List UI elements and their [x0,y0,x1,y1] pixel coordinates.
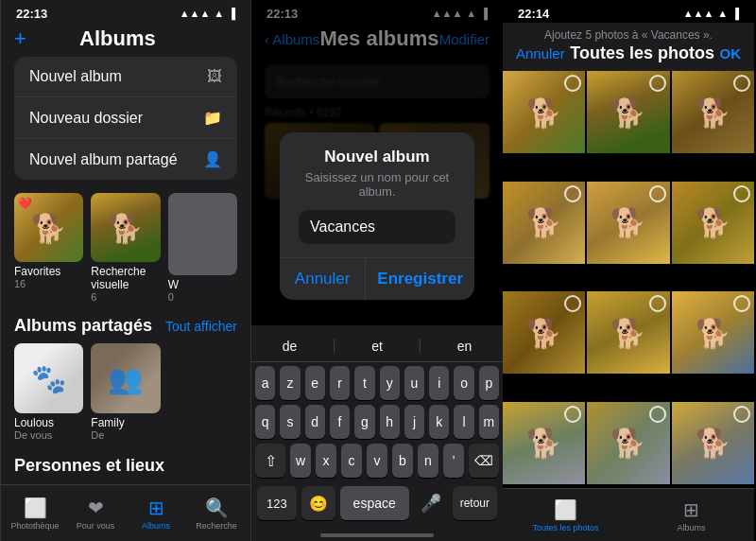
suggestion-de[interactable]: de [275,337,305,356]
tab-label-albums: Albums [142,521,170,531]
menu-label-album: Nouvel album [29,68,122,85]
key-i[interactable]: i [429,366,449,400]
photos-grid: 🐕 🐕 🐕 🐕 🐕 🐕 🐕 🐕 [503,71,754,510]
key-x[interactable]: x [316,444,336,478]
suggestion-en[interactable]: en [450,337,480,356]
photo-cell-1[interactable]: 🐕 [503,71,585,153]
menu-item-folder[interactable]: Nouveau dossier 📁 [14,97,237,139]
key-g[interactable]: g [354,405,374,439]
album-family[interactable]: 👥 Family De [91,343,160,440]
albums-grid: ❤️ 🐕 Favorites 16 🐕 Recherche visuelle 6… [14,193,237,303]
photo-dog-4: 🐕 [526,206,561,239]
key-n[interactable]: n [418,444,438,478]
photo-cell-9[interactable]: 🐕 [672,291,754,374]
photo-cell-7[interactable]: 🐕 [503,291,585,374]
key-apos[interactable]: ' [443,444,464,478]
tab-phototheque[interactable]: ⬜ Photothèque [5,497,65,531]
key-p[interactable]: p [479,366,499,400]
key-k[interactable]: k [429,405,449,439]
select-3 [733,75,750,92]
pourvous-icon: ❤ [88,497,104,519]
return-key[interactable]: retour [453,486,497,520]
key-f[interactable]: f [330,405,350,439]
key-t[interactable]: t [354,366,374,400]
key-y[interactable]: y [380,366,400,400]
key-e[interactable]: e [305,366,325,400]
photo-dog-5: 🐕 [610,206,645,239]
signal-icon-3: ▲▲▲ [683,8,714,19]
tab-albums[interactable]: ⊞ Albums [126,497,186,531]
key-o[interactable]: o [454,366,473,400]
key-j[interactable]: j [404,405,424,439]
mic-key[interactable]: 🎤 [414,486,448,520]
time-1: 22:13 [16,7,47,21]
photo-cell-6[interactable]: 🐕 [672,182,754,264]
tab-albums-3[interactable]: ⊞ Albums [628,498,754,532]
key-z[interactable]: z [280,366,300,400]
tab-pourvous[interactable]: ❤ Pour vous [65,497,126,531]
key-c[interactable]: c [341,444,362,478]
album-recherche[interactable]: 🐕 Recherche visuelle 6 [91,193,160,303]
space-key[interactable]: espace [340,486,409,520]
status-bar-1: 22:13 ▲▲▲ ▲ ▐ [1,0,250,23]
photo-dog-1: 🐕 [526,96,561,129]
album-w[interactable]: W 0 [168,193,237,303]
tab-toutes-photos[interactable]: ⬜ Toutes les photos [503,498,628,532]
p3-cancel-button[interactable]: Annuler [516,45,565,61]
shared-album-sub-0: De vous [14,429,83,441]
select-2 [649,75,666,92]
key-d[interactable]: d [305,405,325,439]
albums-icon: ⊞ [148,497,164,519]
shared-album-name-1: Family [91,416,160,429]
key-w[interactable]: w [290,444,311,478]
dialog-cancel-button[interactable]: Annuler [280,258,366,300]
key-b[interactable]: b [392,444,413,478]
photo-dog-6: 🐕 [696,206,730,239]
photo-cell-3[interactable]: 🐕 [672,71,754,153]
album-name-input[interactable] [299,210,455,244]
menu-item-shared[interactable]: Nouvel album partagé 👤 [14,139,237,180]
emoji-key[interactable]: 😊 [301,486,335,520]
photo-cell-11[interactable]: 🐕 [587,402,669,484]
photo-cell-2[interactable]: 🐕 [587,71,669,153]
dropdown-menu: Nouvel album 🖼 Nouveau dossier 📁 Nouvel … [14,57,237,180]
battery-icon: ▐ [228,8,235,19]
photo-cell-12[interactable]: 🐕 [672,402,754,484]
suggestion-et[interactable]: et [364,337,390,356]
key-l[interactable]: l [454,405,473,439]
dialog-subtitle: Saisissez un nom pour cet album. [299,170,455,199]
p3-ok-button[interactable]: OK [719,45,741,61]
kb-row-1: a z e r t y u i o p [251,366,503,400]
photo-cell-10[interactable]: 🐕 [503,402,585,484]
album-favorites[interactable]: ❤️ 🐕 Favorites 16 [14,193,83,303]
key-m[interactable]: m [479,405,499,439]
menu-item-album[interactable]: Nouvel album 🖼 [14,57,237,97]
keyboard: de | et | en a z e r t y u i o p q s d f… [251,325,503,541]
tab-label-albums3: Albums [677,523,705,532]
add-button[interactable]: + [14,26,26,51]
tab-recherche[interactable]: 🔍 Recherche [186,497,247,531]
key-s[interactable]: s [280,405,300,439]
key-v[interactable]: v [367,444,387,478]
phone1: 22:13 ▲▲▲ ▲ ▐ + Albums Nouvel album 🖼 No… [0,0,251,541]
dialog-save-button[interactable]: Enregistrer [366,258,474,300]
dialog-box: Nouvel album Saisissez un nom pour cet a… [280,132,474,300]
places-title: Personnes et lieux [14,456,164,475]
key-u[interactable]: u [404,366,424,400]
album-icon: 🖼 [207,68,222,85]
key-h[interactable]: h [380,405,400,439]
album-count-favorites: 16 [14,278,83,289]
key-r[interactable]: r [330,366,350,400]
photo-cell-4[interactable]: 🐕 [503,182,585,264]
see-all-link[interactable]: Tout afficher [165,319,237,334]
photo-cell-8[interactable]: 🐕 [587,291,669,374]
select-6 [733,185,750,202]
shift-key[interactable]: ⇧ [255,444,285,478]
photo-cell-5[interactable]: 🐕 [587,182,669,264]
key-a[interactable]: a [255,366,275,400]
album-loulous[interactable]: 🐾 Loulous De vous [14,343,83,440]
delete-key[interactable]: ⌫ [469,444,499,478]
num-key[interactable]: 123 [257,486,297,520]
key-q[interactable]: q [255,405,275,439]
photo-dog-2: 🐕 [610,96,645,129]
